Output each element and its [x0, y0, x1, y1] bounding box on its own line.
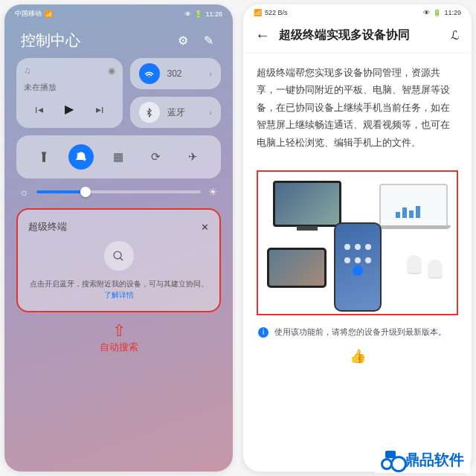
phone-right: 📶 522 B/s 👁 🔋 11:29 ← 超级终端实现多设备协同 ℒ 超级终端…: [243, 4, 472, 472]
detail-header: ← 超级终端实现多设备协同 ℒ: [243, 18, 472, 54]
battery-icon: 🔋: [433, 9, 441, 16]
phone-left: 中国移动 📶 👁 🔋 11:28 控制中心 ⚙ ✎ ♫ ◉ 未在播放 ı◂: [4, 4, 233, 472]
music-tile[interactable]: ♫ ◉ 未在播放 ı◂ ▶ ▸ı: [16, 58, 123, 128]
page-title: 控制中心: [21, 30, 80, 51]
next-track-button[interactable]: ▸ı: [96, 103, 104, 115]
footnote: i 使用该功能前，请将您的设备升级到最新版本。: [243, 315, 472, 344]
chevron-right-icon: ›: [209, 69, 212, 78]
super-device-title: 超级终端: [28, 220, 67, 234]
signal-icon: 📶: [254, 9, 262, 16]
thumbs-up-button[interactable]: 👍: [243, 344, 472, 369]
search-button[interactable]: [104, 241, 134, 271]
settings-icon[interactable]: ⚙: [175, 33, 191, 49]
footnote-text: 使用该功能前，请将您的设备升级到最新版本。: [274, 326, 446, 339]
annotation-text: 自动搜索: [100, 341, 138, 353]
cast-icon[interactable]: ◉: [108, 65, 115, 76]
back-button[interactable]: ←: [255, 27, 270, 44]
edit-icon[interactable]: ℒ: [451, 28, 460, 42]
rotate-toggle[interactable]: ⟳: [144, 144, 169, 170]
brand-logo-icon: [381, 451, 400, 470]
super-device-hint: 点击开启蓝牙，搜索附近我的设备，可与其建立协同。 了解详情: [28, 278, 209, 300]
brightness-slider[interactable]: ☼ ☀: [16, 186, 221, 198]
detail-title: 超级终端实现多设备协同: [279, 28, 442, 43]
close-icon[interactable]: ✕: [201, 222, 209, 233]
airplane-toggle[interactable]: ✈: [181, 144, 206, 170]
eye-icon: 👁: [184, 10, 191, 18]
eye-icon: 👁: [423, 9, 430, 16]
svg-point-0: [114, 251, 121, 259]
wifi-icon: [139, 63, 160, 84]
bluetooth-label: 蓝牙: [167, 106, 202, 119]
info-icon: i: [258, 327, 268, 338]
monitor-icon: [273, 181, 341, 227]
grid-toggle[interactable]: ▦: [106, 144, 131, 170]
laptop-icon: [379, 184, 448, 227]
wifi-ssid: 302: [167, 68, 202, 79]
net-icon: 📶: [45, 10, 53, 18]
time-label: 11:29: [444, 9, 461, 16]
music-note-icon: ♫: [24, 65, 30, 76]
wifi-tile[interactable]: 302 ›: [130, 58, 222, 89]
prev-track-button[interactable]: ı◂: [35, 103, 43, 115]
net-speed: 522 B/s: [265, 9, 288, 16]
brand-watermark: 鼎品软件: [375, 447, 470, 473]
earbuds-icon: [406, 255, 443, 282]
super-device-card[interactable]: 超级终端 ✕ 点击开启蓝牙，搜索附近我的设备，可与其建立协同。 了解详情: [16, 208, 221, 312]
arrow-up-icon: ⇧: [4, 321, 233, 341]
music-status: 未在播放: [24, 82, 115, 93]
annotation: ⇧ 自动搜索: [4, 321, 233, 354]
mute-toggle[interactable]: [68, 144, 94, 170]
brand-text: 鼎品软件: [405, 450, 464, 470]
illustration: [257, 170, 458, 315]
carrier-label: 中国移动: [15, 9, 42, 19]
toggle-row: ▦ ⟳ ✈: [16, 135, 221, 178]
time-label: 11:28: [205, 10, 222, 18]
detail-body: 超级终端帮您实现多设备协同管理，资源共享，一键协同附近的平板、电脑、智慧屏等设备…: [243, 54, 472, 161]
tablet-icon: [267, 248, 327, 288]
bluetooth-tile[interactable]: 蓝牙 ›: [130, 97, 222, 128]
battery-icon: 🔋: [194, 10, 202, 18]
sun-dim-icon: ☼: [19, 186, 29, 198]
status-bar: 📶 522 B/s 👁 🔋 11:29: [243, 4, 472, 18]
status-bar: 中国移动 📶 👁 🔋 11:28: [4, 4, 233, 20]
control-center-header: 控制中心 ⚙ ✎: [4, 20, 233, 58]
flashlight-toggle[interactable]: [31, 144, 57, 170]
sun-bright-icon: ☀: [208, 186, 218, 198]
edit-icon[interactable]: ✎: [200, 33, 216, 49]
chevron-right-icon: ›: [209, 108, 212, 117]
phone-icon: [334, 222, 382, 312]
bluetooth-icon: [139, 102, 160, 123]
learn-more-link[interactable]: 了解详情: [104, 291, 134, 299]
slider-track[interactable]: [36, 190, 201, 193]
play-button[interactable]: ▶: [65, 102, 74, 116]
